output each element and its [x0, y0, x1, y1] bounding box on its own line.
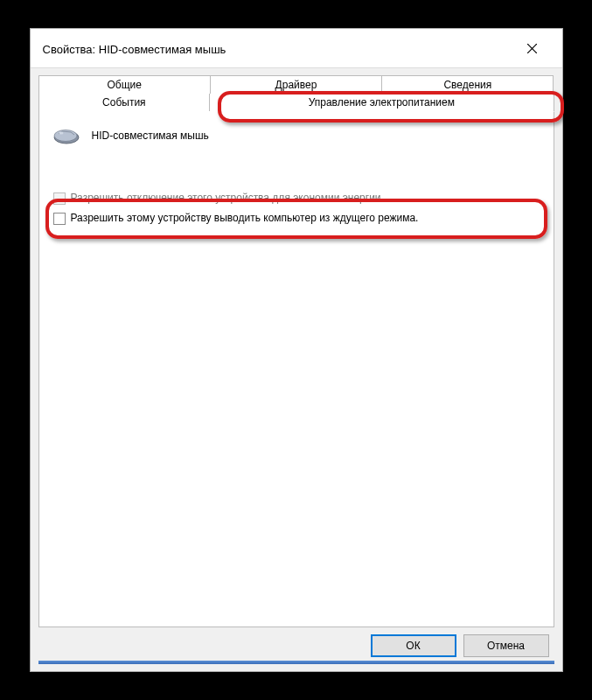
- cancel-button[interactable]: Отмена: [463, 634, 549, 657]
- bottom-edge-decoration: [38, 661, 554, 664]
- tab-panel-power: HID-совместимая мышь Разрешить отключени…: [38, 111, 554, 627]
- label-allow-wake: Разрешить этому устройству выводить комп…: [71, 212, 419, 225]
- device-name: HID-совместимая мышь: [92, 130, 209, 142]
- option-allow-wake[interactable]: Разрешить этому устройству выводить комп…: [53, 210, 541, 227]
- tab-driver[interactable]: Драйвер: [211, 75, 382, 94]
- tab-general[interactable]: Общие: [38, 75, 211, 94]
- label-allow-turn-off: Разрешить отключение этого устройства дл…: [71, 192, 384, 205]
- svg-point-4: [59, 132, 63, 135]
- properties-dialog: Свойства: HID-совместимая мышь Общие Дра…: [30, 28, 563, 672]
- close-button[interactable]: [515, 38, 550, 60]
- tab-details[interactable]: Сведения: [382, 75, 554, 94]
- close-icon: [527, 42, 537, 56]
- device-header: HID-совместимая мышь: [52, 123, 541, 162]
- tab-events[interactable]: События: [38, 94, 211, 112]
- ok-button[interactable]: ОК: [371, 634, 456, 657]
- option-allow-turn-off: Разрешить отключение этого устройства дл…: [53, 190, 541, 206]
- titlebar: Свойства: HID-совместимая мышь: [31, 29, 562, 67]
- mouse-icon: [52, 125, 81, 146]
- button-bar: ОК Отмена: [38, 627, 554, 661]
- tab-power-management[interactable]: Управление электропитанием: [210, 94, 554, 112]
- checkbox-allow-wake[interactable]: [53, 213, 66, 225]
- checkbox-allow-turn-off: [53, 192, 66, 205]
- dialog-body: Общие Драйвер Сведения События Управлени…: [31, 67, 562, 671]
- tab-strip: Общие Драйвер Сведения События Управлени…: [38, 75, 554, 112]
- window-title: Свойства: HID-совместимая мышь: [43, 43, 226, 56]
- screenshot-frame: Свойства: HID-совместимая мышь Общие Дра…: [24, 22, 569, 678]
